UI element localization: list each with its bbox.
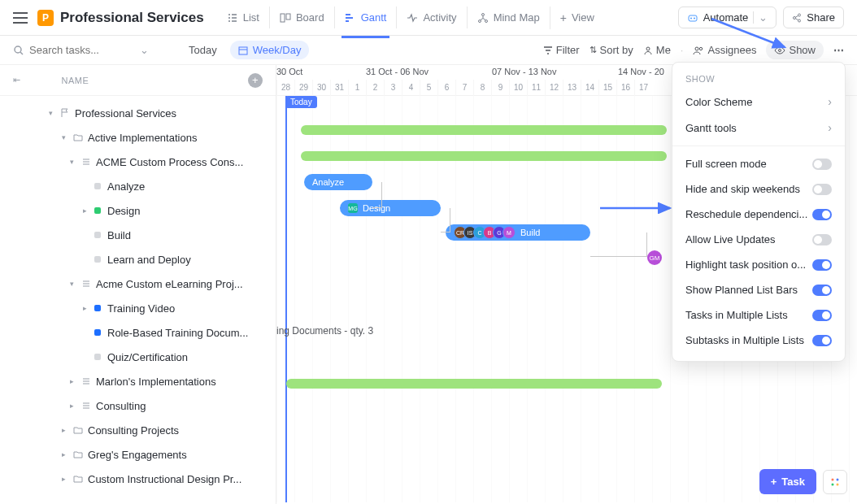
- tab-label: List: [243, 11, 259, 24]
- search-input[interactable]: [29, 44, 135, 56]
- tab-label: View: [572, 11, 594, 24]
- tab-mindmap[interactable]: Mind Map: [467, 7, 550, 28]
- divider: [672, 146, 845, 146]
- dropdown-toggle-row[interactable]: Tasks in Multiple Lists: [672, 302, 845, 328]
- more-icon[interactable]: ⋯: [833, 44, 844, 56]
- svg-point-4: [485, 20, 487, 22]
- workspace-icon[interactable]: P: [37, 10, 54, 26]
- tree-item[interactable]: ▸Design: [0, 198, 276, 223]
- bar-analyze[interactable]: Analyze: [304, 174, 372, 190]
- assignees-button[interactable]: Assignees: [693, 44, 756, 56]
- board-icon: [280, 12, 291, 24]
- bar-design[interactable]: MG Design: [340, 200, 441, 216]
- day-cell: 7: [455, 80, 473, 96]
- avatar: M: [502, 226, 516, 239]
- dropdown-toggle-row[interactable]: Subtasks in Multiple Lists: [672, 328, 845, 353]
- dropdown-toggle-row[interactable]: Show Planned List Bars: [672, 277, 845, 302]
- svg-rect-1: [286, 14, 290, 20]
- sortby-button[interactable]: ⇅ Sort by: [589, 44, 633, 56]
- dropdown-toggle-row[interactable]: Highlight task position o...: [672, 252, 845, 277]
- toggle-switch[interactable]: [812, 184, 832, 195]
- show-button[interactable]: Show: [766, 41, 824, 59]
- tab-gantt[interactable]: Gantt: [334, 7, 397, 28]
- new-task-button[interactable]: + Task: [759, 469, 816, 494]
- share-button[interactable]: Share: [783, 7, 844, 28]
- toggle-switch[interactable]: [812, 234, 832, 245]
- day-cell: 5: [420, 80, 437, 96]
- toggle-switch[interactable]: [812, 285, 832, 296]
- tree-column: ⇤ NAME + ▾Professional Services▾Active I…: [0, 65, 276, 504]
- sort-icon: ⇅: [589, 45, 597, 55]
- dropdown-gantt-tools[interactable]: Gantt tools ›: [672, 115, 845, 141]
- tab-list[interactable]: List: [217, 7, 269, 28]
- tree-item[interactable]: ▸Consulting Projects: [0, 418, 276, 442]
- bar-build[interactable]: CR IS C B G M Build: [446, 224, 590, 241]
- apps-button[interactable]: [823, 470, 847, 494]
- weekday-pill[interactable]: Week/Day: [230, 41, 310, 59]
- svg-point-9: [794, 16, 796, 19]
- tree-item[interactable]: Quiz/Certification: [0, 345, 276, 369]
- tab-activity[interactable]: Activity: [396, 7, 466, 28]
- dropdown-toggle-row[interactable]: Full screen mode: [672, 151, 845, 176]
- tree-item[interactable]: ▸Consulting: [0, 393, 276, 418]
- toggle-label: Reschedule dependenci...: [685, 208, 812, 220]
- tree-item[interactable]: ▾Acme Custom eLearning Proj...: [0, 272, 276, 296]
- filter-label: Filter: [556, 44, 580, 56]
- bar-active-implementations[interactable]: [301, 125, 667, 135]
- add-button[interactable]: +: [248, 73, 263, 88]
- day-cell: 30: [312, 80, 330, 96]
- filter-icon: [543, 46, 553, 55]
- me-button[interactable]: Me: [643, 44, 671, 56]
- filter-button[interactable]: Filter: [543, 44, 580, 56]
- toggle-switch[interactable]: [812, 159, 832, 170]
- day-cell: 16: [616, 80, 634, 96]
- tree-item[interactable]: ▸Training Video: [0, 296, 276, 320]
- chevron-down-icon[interactable]: ⌄: [753, 11, 768, 24]
- dropdown-toggle-row[interactable]: Reschedule dependenci...: [672, 202, 845, 227]
- bar-acme-process[interactable]: [301, 151, 667, 161]
- bar-marlons[interactable]: [286, 379, 662, 389]
- toolbar: ⌄ Today Week/Day Filter ⇅ Sort by Me · A…: [0, 36, 857, 65]
- dropdown-section-label: SHOW: [672, 71, 845, 89]
- tree-item[interactable]: Role-Based Training Docum...: [0, 320, 276, 345]
- tree-item[interactable]: Analyze: [0, 174, 276, 198]
- tree-item[interactable]: ▸Custom Instructional Design Pr...: [0, 467, 276, 491]
- gantt-icon: [345, 12, 356, 24]
- svg-point-16: [779, 49, 781, 51]
- me-label: Me: [656, 44, 671, 56]
- tree-item[interactable]: Build: [0, 223, 276, 247]
- dropdown-toggle-row[interactable]: Hide and skip weekends: [672, 176, 845, 202]
- mindmap-icon: [477, 12, 489, 24]
- header: P Professional Services List Board Gantt…: [0, 0, 857, 36]
- dropdown-color-scheme[interactable]: Color Scheme ›: [672, 89, 845, 115]
- tree-item[interactable]: ▾Professional Services: [0, 101, 276, 125]
- bar-training-docs-text[interactable]: ing Documents - qty. 3: [276, 325, 373, 337]
- chevron-down-icon[interactable]: ⌄: [140, 44, 149, 56]
- tab-add-view[interactable]: + View: [550, 7, 604, 29]
- automate-icon: [687, 12, 698, 24]
- eye-icon: [774, 46, 785, 55]
- tab-board[interactable]: Board: [269, 7, 334, 28]
- today-button[interactable]: Today: [182, 41, 224, 59]
- automate-button[interactable]: Automate ⌄: [678, 7, 777, 28]
- tree-item[interactable]: ▸Greg's Engagements: [0, 442, 276, 467]
- day-cell: 9: [491, 80, 509, 96]
- name-header: NAME: [62, 76, 249, 85]
- dropdown-toggle-row[interactable]: Allow Live Updates: [672, 227, 845, 252]
- toggle-switch[interactable]: [812, 209, 832, 220]
- svg-point-13: [646, 47, 650, 50]
- collapse-icon[interactable]: ⇤: [13, 75, 21, 85]
- svg-point-2: [481, 13, 484, 15]
- bar-learn-deploy-avatar[interactable]: GM: [647, 250, 662, 265]
- toggle-switch[interactable]: [812, 310, 832, 321]
- tree-item[interactable]: ▾Active Implementations: [0, 125, 276, 150]
- tree-item[interactable]: ▾ACME Custom Process Cons...: [0, 150, 276, 174]
- toggle-switch[interactable]: [812, 259, 832, 271]
- toggle-switch[interactable]: [812, 335, 832, 346]
- tree-item[interactable]: Learn and Deploy: [0, 247, 276, 272]
- search-icon: [13, 45, 24, 56]
- calendar-icon: [238, 46, 248, 55]
- tree-item[interactable]: ▸Marlon's Implementations: [0, 369, 276, 393]
- toggle-label: Show Planned List Bars: [685, 284, 812, 296]
- hamburger-icon[interactable]: [13, 12, 28, 24]
